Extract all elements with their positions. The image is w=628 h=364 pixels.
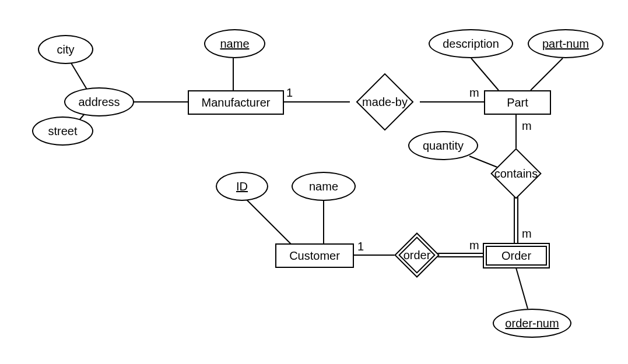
entity-manufacturer: Manufacturer — [188, 90, 284, 115]
attr-street: street — [32, 116, 93, 146]
attr-cust-name: name — [292, 172, 356, 201]
card-contains-order: m — [522, 227, 532, 241]
rel-order: order — [394, 241, 440, 270]
entity-customer-label: Customer — [289, 249, 340, 263]
card-made-by-part: m — [469, 86, 479, 100]
attr-quantity-label: quantity — [423, 139, 464, 153]
attr-order-num: order-num — [493, 309, 571, 338]
attr-cust-id-label: ID — [236, 180, 248, 193]
attr-city: city — [38, 35, 93, 64]
svg-line-6 — [471, 58, 499, 90]
attr-description: description — [429, 29, 513, 58]
entity-part-label: Part — [507, 96, 528, 109]
attr-mfr-name: name — [204, 29, 265, 58]
attr-quantity: quantity — [408, 131, 478, 160]
attr-city-label: city — [57, 43, 75, 56]
attr-part-num: part-num — [528, 29, 604, 58]
entity-part: Part — [484, 90, 551, 115]
entity-order: Order — [483, 243, 550, 268]
entity-customer: Customer — [275, 243, 354, 268]
attr-mfr-name-label: name — [220, 37, 249, 51]
entity-order-label: Order — [501, 249, 531, 263]
attr-address: address — [64, 87, 134, 116]
svg-line-16 — [245, 198, 292, 245]
rel-contains: contains — [487, 157, 545, 189]
rel-order-label: order — [404, 249, 431, 262]
rel-made-by-label: made-by — [362, 96, 408, 109]
svg-line-7 — [531, 58, 563, 90]
card-contains-part: m — [522, 119, 532, 133]
card-order-customer: 1 — [357, 240, 364, 253]
card-made-by-mfr: 1 — [286, 86, 293, 100]
attr-cust-id: ID — [216, 172, 268, 201]
attr-cust-name-label: name — [309, 180, 338, 193]
rel-made-by: made-by — [350, 87, 420, 116]
svg-line-0 — [70, 61, 87, 90]
entity-manufacturer-label: Manufacturer — [202, 96, 271, 109]
attr-order-num-label: order-num — [505, 317, 559, 330]
attr-part-num-label: part-num — [542, 37, 589, 51]
attr-address-label: address — [78, 96, 120, 109]
svg-line-12 — [516, 268, 528, 309]
attr-description-label: description — [443, 37, 499, 51]
attr-street-label: street — [48, 125, 77, 138]
card-order-order: m — [469, 239, 479, 252]
rel-contains-label: contains — [494, 167, 538, 180]
